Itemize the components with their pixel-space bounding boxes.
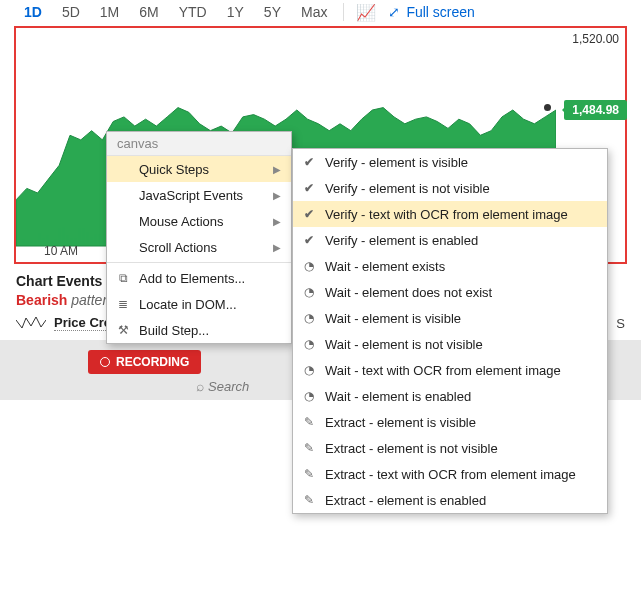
tab-1m[interactable]: 1M [90, 2, 129, 22]
pin-icon: ✎ [301, 466, 317, 482]
context-menu: canvas Quick Steps▶ JavaScript Events▶ M… [106, 131, 292, 344]
locate-icon: ≣ [115, 296, 131, 312]
check-icon: ✔ [301, 180, 317, 196]
pin-icon: ✎ [301, 414, 317, 430]
menu-mouse-actions[interactable]: Mouse Actions▶ [107, 208, 291, 234]
expand-icon: ⤢ [388, 4, 400, 20]
blank-icon [115, 161, 131, 177]
bearish-label: Bearish [16, 292, 67, 308]
menu-locate-dom[interactable]: ≣Locate in DOM... [107, 291, 291, 317]
menu-label: Wait - element is not visible [325, 337, 483, 352]
clock-icon: ◔ [301, 284, 317, 300]
submenu-wait-not-visible[interactable]: ◔Wait - element is not visible [293, 331, 607, 357]
quick-steps-submenu: ✔Verify - element is visible ✔Verify - e… [292, 148, 608, 514]
tab-1d[interactable]: 1D [14, 2, 52, 22]
chevron-right-icon: ▶ [273, 216, 281, 227]
check-icon: ✔ [301, 206, 317, 222]
menu-build-step[interactable]: ⚒Build Step... [107, 317, 291, 343]
clock-icon: ◔ [301, 258, 317, 274]
tab-5y[interactable]: 5Y [254, 2, 291, 22]
submenu-verify-enabled[interactable]: ✔Verify - element is enabled [293, 227, 607, 253]
menu-label: Mouse Actions [139, 214, 224, 229]
submenu-verify-not-visible[interactable]: ✔Verify - element is not visible [293, 175, 607, 201]
menu-label: Verify - element is not visible [325, 181, 490, 196]
menu-label: Add to Elements... [139, 271, 245, 286]
y-axis-label: 1,520.00 [572, 32, 619, 46]
clock-icon: ◔ [301, 362, 317, 378]
menu-label: Wait - element is enabled [325, 389, 471, 404]
chevron-right-icon: ▶ [273, 190, 281, 201]
menu-label: Build Step... [139, 323, 209, 338]
tab-ytd[interactable]: YTD [169, 2, 217, 22]
check-icon: ✔ [301, 154, 317, 170]
menu-label: Wait - text with OCR from element image [325, 363, 561, 378]
tab-6m[interactable]: 6M [129, 2, 168, 22]
submenu-verify-visible[interactable]: ✔Verify - element is visible [293, 149, 607, 175]
sparkline-icon [16, 314, 46, 332]
s-label: S [616, 316, 625, 331]
menu-separator [107, 262, 291, 263]
submenu-wait-enabled[interactable]: ◔Wait - element is enabled [293, 383, 607, 409]
chevron-right-icon: ▶ [273, 242, 281, 253]
submenu-extract-enabled[interactable]: ✎Extract - element is enabled [293, 487, 607, 513]
clock-icon: ◔ [301, 310, 317, 326]
menu-quick-steps[interactable]: Quick Steps▶ [107, 156, 291, 182]
add-element-icon: ⧉ [115, 270, 131, 286]
menu-label: Extract - element is not visible [325, 441, 498, 456]
clock-icon: ◔ [301, 388, 317, 404]
menu-label: Extract - element is visible [325, 415, 476, 430]
hammer-icon: ⚒ [115, 322, 131, 338]
menu-scroll-actions[interactable]: Scroll Actions▶ [107, 234, 291, 260]
price-badge: 1,484.98 [564, 100, 627, 120]
menu-label: Verify - element is enabled [325, 233, 478, 248]
search-input[interactable]: Search [196, 378, 249, 394]
chevron-right-icon: ▶ [273, 164, 281, 175]
menu-label: Quick Steps [139, 162, 209, 177]
fullscreen-label: Full screen [406, 4, 474, 20]
menu-add-elements[interactable]: ⧉Add to Elements... [107, 265, 291, 291]
menu-label: Wait - element does not exist [325, 285, 492, 300]
separator [343, 3, 344, 21]
clock-icon: ◔ [301, 336, 317, 352]
submenu-extract-not-visible[interactable]: ✎Extract - element is not visible [293, 435, 607, 461]
tab-1y[interactable]: 1Y [217, 2, 254, 22]
last-point-dot [544, 104, 551, 111]
timeframe-tabs: 1D 5D 1M 6M YTD 1Y 5Y Max 📈 ⤢Full screen [8, 0, 633, 26]
tab-5d[interactable]: 5D [52, 2, 90, 22]
submenu-wait-exists[interactable]: ◔Wait - element exists [293, 253, 607, 279]
chart-type-icon[interactable]: 📈 [350, 3, 382, 22]
pin-icon: ✎ [301, 492, 317, 508]
check-icon: ✔ [301, 232, 317, 248]
pin-icon: ✎ [301, 440, 317, 456]
tab-max[interactable]: Max [291, 2, 337, 22]
submenu-verify-ocr[interactable]: ✔Verify - text with OCR from element ima… [293, 201, 607, 227]
fullscreen-button[interactable]: ⤢Full screen [388, 4, 474, 20]
x-axis-label: 10 AM [44, 244, 78, 258]
menu-label: JavaScript Events [139, 188, 243, 203]
recording-button[interactable]: RECORDING [88, 350, 201, 374]
submenu-wait-not-exist[interactable]: ◔Wait - element does not exist [293, 279, 607, 305]
menu-js-events[interactable]: JavaScript Events▶ [107, 182, 291, 208]
menu-label: Wait - element exists [325, 259, 445, 274]
menu-label: Extract - text with OCR from element ima… [325, 467, 576, 482]
menu-label: Verify - text with OCR from element imag… [325, 207, 568, 222]
chart-events-title: Chart Events [16, 273, 102, 289]
menu-label: Wait - element is visible [325, 311, 461, 326]
context-menu-header: canvas [107, 132, 291, 156]
menu-label: Locate in DOM... [139, 297, 237, 312]
menu-label: Extract - element is enabled [325, 493, 486, 508]
menu-label: Scroll Actions [139, 240, 217, 255]
menu-label: Verify - element is visible [325, 155, 468, 170]
submenu-extract-visible[interactable]: ✎Extract - element is visible [293, 409, 607, 435]
submenu-wait-visible[interactable]: ◔Wait - element is visible [293, 305, 607, 331]
submenu-extract-ocr[interactable]: ✎Extract - text with OCR from element im… [293, 461, 607, 487]
submenu-wait-ocr[interactable]: ◔Wait - text with OCR from element image [293, 357, 607, 383]
